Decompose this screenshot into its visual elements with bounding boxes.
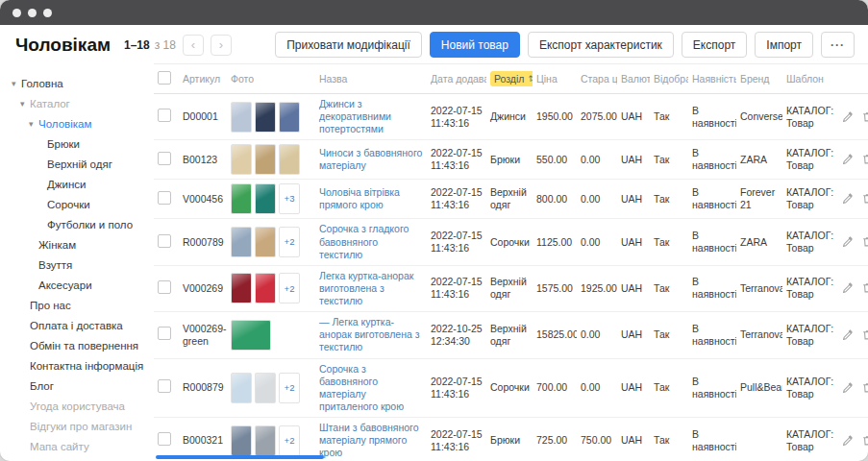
pencil-icon <box>842 235 855 248</box>
sorted-column-highlight: Розділ ⇅ <box>490 71 533 86</box>
edit-button[interactable] <box>840 379 856 396</box>
sidebar-item-label: Відгуки про магазин <box>30 421 132 432</box>
column-header-template[interactable]: Шаблон <box>782 64 836 94</box>
sidebar-item-label: Верхній одяг <box>47 158 112 170</box>
sidebar-item-8[interactable]: Жінкам <box>10 234 154 255</box>
column-header-currency[interactable]: Валюта <box>617 64 650 94</box>
row-checkbox[interactable] <box>158 379 171 393</box>
section-cell: Верхній одяг <box>486 180 533 219</box>
pagination-total: з 18 <box>155 38 176 52</box>
display-cell: Так <box>650 94 688 140</box>
template-cell: КАТАЛОГ: Товар <box>782 140 836 180</box>
table-body: D00001 Джинси з декоративними потертостя… <box>154 94 868 461</box>
hide-modifications-button[interactable]: Приховати модифікації <box>275 32 422 58</box>
new-product-button[interactable]: Новий товар <box>430 32 520 58</box>
product-link[interactable]: — Легка куртка-анорак виготовлена з текс… <box>319 316 420 352</box>
import-button[interactable]: Імпорт <box>755 32 813 58</box>
row-checkbox[interactable] <box>158 234 171 248</box>
chevron-down-icon: ▾ <box>12 79 21 88</box>
edit-button[interactable] <box>840 279 856 296</box>
sidebar-item-15[interactable]: Блог <box>10 376 154 396</box>
sidebar-item-9[interactable]: Взуття <box>10 255 154 275</box>
product-thumbnail <box>255 144 276 175</box>
column-header-availability[interactable]: Наявність <box>688 64 736 94</box>
product-link[interactable]: Сорочка з гладкого бавовняного текстилю <box>319 223 409 259</box>
sidebar-item-13[interactable]: Обмін та повернення <box>10 335 154 355</box>
sort-icon[interactable]: ⇅ <box>528 74 533 84</box>
product-link[interactable]: Джинси з декоративними потертостями <box>319 98 391 134</box>
window-control-minimize[interactable] <box>28 9 37 17</box>
sidebar-item-4[interactable]: Верхній одяг <box>10 154 154 174</box>
brand-cell: ZARA <box>736 140 782 180</box>
price-cell: 700.00 <box>533 358 577 418</box>
export-button[interactable]: Експорт <box>682 32 747 58</box>
edit-button[interactable] <box>840 233 856 250</box>
product-link[interactable]: Легка куртка-анорак виготовлена з тексти… <box>319 270 413 306</box>
delete-button[interactable] <box>859 151 868 167</box>
product-link[interactable]: Чиноси з бавовняного матеріалу <box>319 147 422 171</box>
product-thumbnail <box>231 425 252 456</box>
delete-button[interactable] <box>859 279 868 296</box>
edit-button[interactable] <box>840 109 856 125</box>
sidebar-item-1[interactable]: ▾ Каталог <box>10 93 154 113</box>
window-control-maximize[interactable] <box>43 9 52 17</box>
sidebar-item-17[interactable]: Відгуки про магазин <box>10 416 154 436</box>
sku-cell: D00001 <box>179 94 227 140</box>
export-characteristics-button[interactable]: Експорт характеристик <box>528 32 674 58</box>
delete-button[interactable] <box>859 327 868 343</box>
column-header-section[interactable]: Розділ ⇅ <box>486 64 533 94</box>
edit-button[interactable] <box>840 432 856 449</box>
column-header-brand[interactable]: Бренд <box>736 64 782 94</box>
more-actions-button[interactable]: ··· <box>821 32 855 58</box>
window-control-close[interactable] <box>12 9 21 17</box>
sidebar-item-7[interactable]: Футболки и поло <box>10 214 154 234</box>
row-checkbox[interactable] <box>158 191 171 205</box>
select-all-checkbox[interactable] <box>158 71 171 85</box>
next-page-button[interactable]: › <box>211 35 232 56</box>
sidebar-item-10[interactable]: Аксесуари <box>10 275 154 295</box>
edit-button[interactable] <box>840 327 856 343</box>
sidebar-item-label: Сорочки <box>47 199 90 210</box>
sidebar-item-18[interactable]: Мапа сайту <box>10 436 154 456</box>
display-cell: Так <box>650 265 688 311</box>
old-price-cell: 0.00 <box>577 358 617 418</box>
sidebar-item-12[interactable]: Оплата і доставка <box>10 315 154 335</box>
sidebar-item-11[interactable]: Про нас <box>10 295 154 315</box>
template-cell: КАТАЛОГ: Товар <box>782 219 836 265</box>
sidebar-item-3[interactable]: Брюки <box>10 133 154 154</box>
row-checkbox[interactable] <box>158 280 171 294</box>
sidebar-item-14[interactable]: Контактна інформація <box>10 355 154 376</box>
column-header-photo[interactable]: Фото <box>227 64 315 94</box>
delete-button[interactable] <box>859 109 868 125</box>
column-header-date-added[interactable]: Дата додавання <box>427 64 486 94</box>
delete-button[interactable] <box>859 190 868 206</box>
column-header-old-price[interactable]: Стара ціна <box>577 64 617 94</box>
sidebar-item-16[interactable]: Угода користувача <box>10 396 154 416</box>
sidebar-item-6[interactable]: Сорочки <box>10 194 154 214</box>
product-link[interactable]: Штани з бавовняного матеріалу прямого кр… <box>319 422 419 458</box>
column-header-name[interactable]: Назва <box>315 64 427 94</box>
product-link[interactable]: Сорочка з бавовняного матеріалу притален… <box>319 363 404 412</box>
delete-button[interactable] <box>859 379 868 396</box>
row-checkbox[interactable] <box>158 432 171 446</box>
product-link[interactable]: Чоловіча вітрівка прямого крою <box>319 186 400 210</box>
delete-button[interactable] <box>859 432 868 449</box>
column-header-display[interactable]: Відображати <box>650 64 688 94</box>
availability-cell: В наявності <box>688 140 736 180</box>
sidebar-item-0[interactable]: ▾ Головна <box>10 73 154 93</box>
date-cell: 2022-07-15 11:43:16 <box>427 265 486 311</box>
sidebar-item-5[interactable]: Джинси <box>10 174 154 194</box>
row-checkbox[interactable] <box>158 152 171 165</box>
row-checkbox[interactable] <box>158 109 171 122</box>
column-header-price[interactable]: Ціна <box>533 64 577 94</box>
edit-button[interactable] <box>840 190 856 206</box>
edit-button[interactable] <box>840 151 856 167</box>
horizontal-scrollbar[interactable] <box>156 455 324 459</box>
sidebar-item-2[interactable]: ▾ Чоловікам <box>10 113 154 133</box>
sidebar-item-label: Обмін та повернення <box>30 340 138 352</box>
name-cell: Чоловіча вітрівка прямого крою <box>315 180 427 219</box>
column-header-sku[interactable]: Артикул <box>179 64 227 94</box>
delete-button[interactable] <box>859 233 868 250</box>
row-checkbox[interactable] <box>158 327 171 340</box>
prev-page-button[interactable]: ‹ <box>183 35 204 56</box>
